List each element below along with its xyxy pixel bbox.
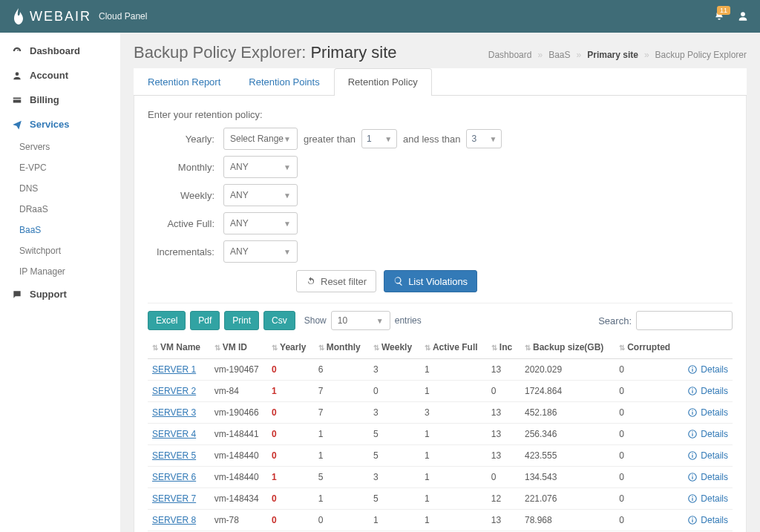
export-pdf-button[interactable]: Pdf xyxy=(190,311,220,330)
col-yearly[interactable]: ⇅Yearly xyxy=(267,336,314,359)
user-icon[interactable] xyxy=(738,11,748,22)
details-link[interactable]: Details xyxy=(684,515,728,525)
sidebar-item-baas[interactable]: BaaS xyxy=(0,220,120,240)
nav-account[interactable]: Account xyxy=(0,63,120,88)
cell-vmid: vm-84 xyxy=(210,381,267,402)
select-incrementals[interactable]: ANY▼ xyxy=(223,240,298,263)
cell-weekly: 3 xyxy=(369,359,420,381)
cell-inc: 0 xyxy=(487,467,520,488)
search-input[interactable] xyxy=(636,311,733,330)
cell-inc: 13 xyxy=(487,445,520,467)
vm-name-link[interactable]: SERVER 2 xyxy=(152,386,196,396)
col-vmid[interactable]: ⇅VM ID xyxy=(210,336,267,359)
crumb-explorer: Backup Policy Explorer xyxy=(655,50,747,60)
cell-vmid: vm-148440 xyxy=(210,467,267,488)
nav-billing[interactable]: Billing xyxy=(0,88,120,112)
chevron-down-icon: ▼ xyxy=(490,135,497,143)
tab-retention-policy[interactable]: Retention Policy xyxy=(334,68,432,96)
export-csv-button[interactable]: Csv xyxy=(263,311,295,330)
vm-name-link[interactable]: SERVER 5 xyxy=(152,450,196,461)
col-inc[interactable]: ⇅Inc xyxy=(487,336,520,359)
select-monthly[interactable]: ANY▼ xyxy=(223,156,298,178)
sidebar-item-draas[interactable]: DRaaS xyxy=(0,199,120,220)
sort-icon: ⇅ xyxy=(525,344,531,352)
entries-select[interactable]: 10▼ xyxy=(331,311,390,330)
col-corrupted[interactable]: ⇅Corrupted xyxy=(615,336,679,359)
brand-logo[interactable]: WEBAIR xyxy=(12,8,91,24)
col-weekly[interactable]: ⇅Weekly xyxy=(369,336,420,359)
select-gt-value[interactable]: 1▼ xyxy=(361,129,397,148)
details-link[interactable]: Details xyxy=(684,429,728,439)
crumb-baas[interactable]: BaaS xyxy=(548,50,570,60)
svg-rect-10 xyxy=(692,433,693,436)
cell-weekly: 5 xyxy=(369,445,420,467)
svg-rect-23 xyxy=(692,518,693,519)
vm-name-link[interactable]: SERVER 7 xyxy=(152,493,196,504)
topbar: WEBAIR Cloud Panel 11 xyxy=(0,0,760,33)
details-link[interactable]: Details xyxy=(684,364,728,375)
label-incrementals: Incrementals: xyxy=(148,246,214,257)
col-monthly[interactable]: ⇅Monthly xyxy=(314,336,369,359)
sidebar-item-dns[interactable]: DNS xyxy=(0,178,120,199)
list-violations-button[interactable]: List Violations xyxy=(384,270,477,292)
export-excel-button[interactable]: Excel xyxy=(148,311,186,330)
cell-corrupted: 0 xyxy=(615,510,679,531)
notifications-button[interactable]: 11 xyxy=(714,10,724,23)
vm-name-link[interactable]: SERVER 1 xyxy=(152,364,196,375)
tab-retention-points[interactable]: Retention Points xyxy=(235,68,333,95)
label-yearly: Yearly: xyxy=(148,134,214,145)
sort-icon: ⇅ xyxy=(373,344,379,352)
breadcrumb: Dashboard» BaaS» Primary site» Backup Po… xyxy=(488,50,747,60)
reset-filter-button[interactable]: Reset filter xyxy=(296,270,376,292)
details-link[interactable]: Details xyxy=(684,386,728,396)
paper-plane-icon xyxy=(12,119,22,130)
vm-name-link[interactable]: SERVER 6 xyxy=(152,472,196,482)
details-link[interactable]: Details xyxy=(684,493,728,504)
cell-monthly: 1 xyxy=(314,488,369,510)
sidebar-item-servers[interactable]: Servers xyxy=(0,137,120,157)
cell-monthly: 1 xyxy=(314,424,369,445)
cell-weekly: 3 xyxy=(369,467,420,488)
nav-dashboard[interactable]: Dashboard xyxy=(0,39,120,63)
nav-support[interactable]: Support xyxy=(0,282,120,306)
cell-activefull: 1 xyxy=(420,510,487,531)
select-activefull[interactable]: ANY▼ xyxy=(223,212,298,234)
tab-retention-report[interactable]: Retention Report xyxy=(134,68,235,95)
select-lt-value[interactable]: 3▼ xyxy=(466,129,502,148)
search-icon xyxy=(393,276,404,286)
chevron-down-icon: ▼ xyxy=(284,248,291,256)
col-vmname[interactable]: ⇅VM Name xyxy=(148,336,210,359)
sidebar-item-ipmanager[interactable]: IP Manager xyxy=(0,261,120,282)
details-link[interactable]: Details xyxy=(684,450,728,461)
select-weekly[interactable]: ANY▼ xyxy=(223,184,298,206)
cell-activefull: 1 xyxy=(420,359,487,381)
info-icon xyxy=(687,493,698,504)
cell-monthly: 7 xyxy=(314,402,369,424)
info-icon xyxy=(687,515,698,525)
details-link[interactable]: Details xyxy=(684,472,728,482)
cell-size: 78.968 xyxy=(520,510,615,531)
vm-name-link[interactable]: SERVER 8 xyxy=(152,515,196,525)
cell-size: 256.346 xyxy=(520,424,615,445)
vm-name-link[interactable]: SERVER 4 xyxy=(152,429,196,439)
col-backupsize[interactable]: ⇅Backup size(GB) xyxy=(520,336,615,359)
svg-rect-8 xyxy=(692,410,693,411)
vm-name-link[interactable]: SERVER 3 xyxy=(152,407,196,418)
svg-rect-5 xyxy=(692,389,693,390)
svg-rect-22 xyxy=(692,519,693,522)
chat-icon xyxy=(12,289,22,300)
col-activefull[interactable]: ⇅Active Full xyxy=(420,336,487,359)
cell-corrupted: 0 xyxy=(615,402,679,424)
svg-rect-1 xyxy=(692,369,693,372)
crumb-primary-site[interactable]: Primary site xyxy=(587,50,638,60)
sidebar-item-switchport[interactable]: Switchport xyxy=(0,240,120,261)
show-label: Show xyxy=(304,315,327,326)
chevron-down-icon: ▼ xyxy=(284,220,291,228)
nav-services[interactable]: Services xyxy=(0,112,120,137)
details-link[interactable]: Details xyxy=(684,407,728,418)
brand-name: WEBAIR xyxy=(30,9,91,24)
print-button[interactable]: Print xyxy=(224,311,259,330)
sidebar-item-evpc[interactable]: E-VPC xyxy=(0,157,120,178)
crumb-dashboard[interactable]: Dashboard xyxy=(488,50,532,60)
select-yearly-range[interactable]: Select Range▼ xyxy=(223,128,298,150)
